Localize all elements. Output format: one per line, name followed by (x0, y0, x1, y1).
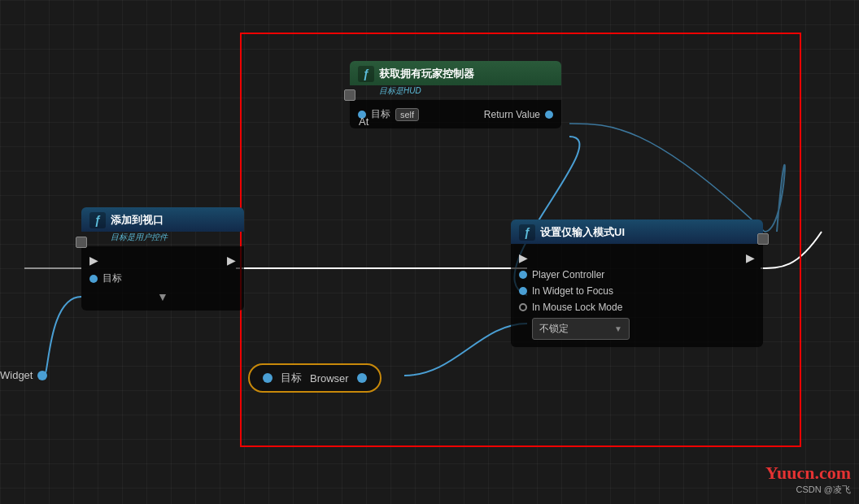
pin-player-controller-row: Player Controller (511, 267, 763, 283)
node-widget: Widget (0, 369, 47, 381)
exec-out-arrow: ▶ (227, 254, 236, 267)
node-set-input-body: ▶ ▶ Player Controller In Widget to Focus… (511, 244, 763, 347)
pin-player-controller-label: Player Controller (532, 269, 604, 280)
browser-pin-left (263, 373, 273, 383)
pin-target-viewport-dot (89, 275, 98, 283)
node-get-controller[interactable]: ƒ 获取拥有玩家控制器 目标是HUD 目标 self Return Value (350, 61, 561, 128)
widget-label: Widget (0, 369, 33, 381)
node-get-controller-subtitle: 目标是HUD (350, 85, 561, 100)
node-get-controller-title: 获取拥有玩家控制器 (379, 67, 474, 81)
mouse-lock-dropdown[interactable]: 不锁定 ▼ (532, 318, 630, 340)
func-icon: ƒ (358, 66, 374, 82)
dropdown-row[interactable]: 不锁定 ▼ (511, 315, 763, 342)
pin-target-viewport-label: 目标 (102, 272, 122, 285)
node-add-viewport-title: 添加到视口 (111, 213, 164, 228)
node-get-controller-body: 目标 self Return Value (350, 100, 561, 128)
pin-target-viewport-row: 目标 (81, 269, 244, 288)
pin-target-label: 目标 (371, 107, 390, 121)
pin-player-controller-dot (519, 271, 527, 279)
dropdown-value: 不锁定 (539, 322, 569, 336)
watermark: Yuucn.com CSDN @凌飞 (765, 463, 851, 496)
return-value-label: Return Value (484, 109, 540, 120)
browser-target-label: 目标 (281, 371, 302, 385)
right-connector-set (757, 233, 769, 245)
exec-in-arrow: ▶ (89, 254, 98, 267)
pin-in-widget-label: In Widget to Focus (532, 285, 613, 297)
watermark-author: CSDN @凌飞 (765, 484, 851, 496)
pin-mouse-lock-label: In Mouse Lock Mode (532, 302, 622, 313)
left-connector (344, 89, 355, 101)
func-icon-set: ƒ (519, 224, 535, 241)
pin-target-row: 目标 self Return Value (350, 105, 561, 124)
at-label: At (359, 115, 368, 128)
watermark-site: Yuucn.com (765, 463, 851, 484)
node-set-input-title: 设置仅输入模式UI (540, 225, 625, 240)
node-browser[interactable]: 目标 Browser (248, 363, 382, 393)
widget-pin-dot (37, 371, 47, 380)
return-value-dot (545, 111, 553, 119)
browser-value-label: Browser (310, 372, 349, 385)
browser-pin-right (357, 373, 367, 383)
expand-row: ▼ (81, 288, 244, 306)
exec-set-out-arrow: ▶ (746, 251, 755, 264)
node-set-input[interactable]: ƒ 设置仅输入模式UI ▶ ▶ Player Controller In Wid… (511, 219, 763, 347)
left-connector-viewport (76, 237, 87, 248)
node-add-viewport[interactable]: ƒ 添加到视口 目标是用户控件 ▶ ▶ 目标 ▼ (81, 207, 244, 311)
node-add-viewport-subtitle: 目标是用户控件 (81, 232, 244, 246)
exec-set-in-row: ▶ ▶ (511, 249, 763, 267)
expand-arrow: ▼ (157, 290, 168, 303)
pin-in-widget-dot (519, 287, 527, 295)
node-add-viewport-header: ƒ 添加到视口 (81, 207, 244, 232)
node-add-viewport-body: ▶ ▶ 目标 ▼ (81, 246, 244, 311)
self-badge: self (395, 108, 419, 121)
node-set-input-header: ƒ 设置仅输入模式UI (511, 219, 763, 244)
node-get-controller-header: ƒ 获取拥有玩家控制器 (350, 61, 561, 85)
exec-in-row: ▶ ▶ (81, 251, 244, 269)
pin-mouse-lock-row: In Mouse Lock Mode (511, 299, 763, 315)
pin-in-widget-row: In Widget to Focus (511, 283, 763, 299)
exec-set-in-arrow: ▶ (519, 251, 528, 264)
func-icon-add: ƒ (89, 212, 106, 228)
pin-mouse-lock-dot (519, 303, 527, 311)
dropdown-arrow-icon: ▼ (614, 324, 622, 333)
